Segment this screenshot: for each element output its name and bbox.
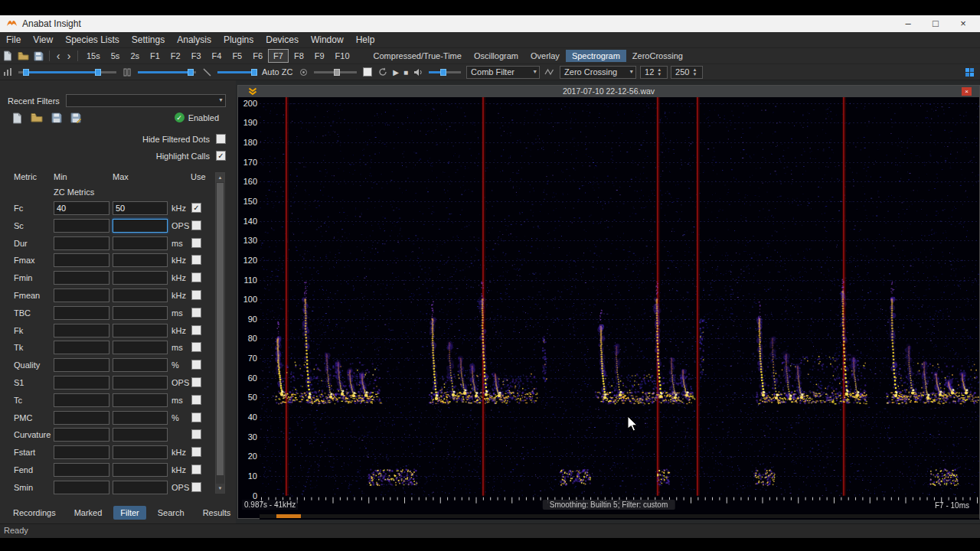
tab-results[interactable]: Results	[196, 506, 238, 520]
contrast-handle[interactable]	[251, 69, 257, 76]
use-checkbox-fk[interactable]	[191, 325, 201, 335]
min-input-pmc[interactable]	[54, 411, 109, 425]
use-checkbox-fmean[interactable]	[191, 290, 201, 300]
min-input-fmax[interactable]	[54, 253, 109, 267]
tab-recordings[interactable]: Recordings	[6, 506, 63, 520]
scroll-up-icon[interactable]: ▲	[216, 173, 224, 182]
analysis-mode-select[interactable]: Zero Crossing ▼	[560, 66, 636, 79]
gain-slider[interactable]	[138, 67, 196, 77]
min-input-fmin[interactable]	[54, 271, 109, 285]
spinner-arrows[interactable]: ▲▼	[692, 67, 697, 77]
forward-button[interactable]: ›	[64, 50, 74, 62]
new-file-icon[interactable]	[0, 49, 15, 63]
tab-marked[interactable]: Marked	[67, 506, 109, 520]
minimize-button[interactable]: –	[897, 16, 919, 31]
use-checkbox-fmax[interactable]	[191, 255, 201, 265]
gain-handle[interactable]	[188, 69, 194, 76]
menu-item-devices[interactable]: Devices	[260, 33, 305, 47]
scroll-down-icon[interactable]: ▼	[216, 484, 224, 493]
preset-button-f1[interactable]: F1	[145, 49, 165, 63]
recent-filters-select[interactable]: ▼	[66, 94, 226, 107]
min-input-s1[interactable]	[54, 376, 109, 390]
auto-zc-icon[interactable]	[296, 65, 311, 79]
menu-item-plugins[interactable]: Plugins	[217, 33, 260, 47]
min-input-fend[interactable]	[54, 463, 109, 477]
view-button-overlay[interactable]: Overlay	[524, 50, 566, 62]
range-handle-right[interactable]	[95, 69, 101, 76]
preset-button-f2[interactable]: F2	[165, 49, 186, 63]
min-input-dur[interactable]	[54, 236, 109, 250]
maximize-button[interactable]: □	[925, 16, 946, 31]
preset-button-f10[interactable]: F10	[330, 49, 355, 63]
volume-handle[interactable]	[440, 69, 446, 76]
tab-filter[interactable]: Filter	[113, 506, 145, 520]
menu-item-window[interactable]: Window	[305, 33, 350, 47]
open-file-icon[interactable]	[15, 49, 31, 63]
min-input-fstart[interactable]	[54, 445, 109, 459]
max-input-fmin[interactable]	[113, 271, 168, 285]
zoom-range-slider[interactable]	[18, 67, 116, 77]
menu-item-species-lists[interactable]: Species Lists	[59, 33, 126, 47]
use-checkbox-pmc[interactable]	[191, 412, 201, 422]
use-checkbox-quality[interactable]	[191, 360, 201, 370]
volume-slider[interactable]	[429, 67, 461, 77]
division-ratio-spinner[interactable]: 12 ▲▼	[640, 66, 668, 79]
view-button-spectrogram[interactable]: Spectrogram	[566, 50, 626, 62]
highlight-calls-checkbox[interactable]	[216, 151, 226, 161]
use-checkbox-tk[interactable]	[191, 342, 201, 352]
open-filter-icon[interactable]	[31, 112, 43, 124]
filter-enabled-toggle[interactable]: ✓ Enabled	[175, 112, 219, 122]
play-button[interactable]: ▶	[393, 68, 399, 77]
save-filter-icon[interactable]	[51, 112, 62, 124]
use-checkbox-dur[interactable]	[191, 238, 201, 248]
metric-table-scrollbar[interactable]: ▲ ▼	[215, 172, 225, 494]
preset-button-f3[interactable]: F3	[186, 49, 207, 63]
max-input-pmc[interactable]	[113, 411, 168, 425]
max-input-curvature[interactable]	[113, 428, 168, 442]
loop-checkbox[interactable]	[363, 67, 372, 77]
menu-item-file[interactable]: File	[0, 33, 27, 47]
preset-button-f9[interactable]: F9	[309, 49, 330, 63]
preset-button-f5[interactable]: F5	[227, 49, 247, 63]
use-checkbox-fmin[interactable]	[191, 272, 201, 282]
scrollbar-thumb[interactable]	[217, 183, 224, 475]
range-handle-left[interactable]	[23, 69, 29, 76]
spectrogram-window-titlebar[interactable]: 2017-07-10 22-12-56.wav ×	[238, 86, 979, 97]
use-checkbox-fstart[interactable]	[191, 447, 201, 457]
hide-filtered-dots-checkbox[interactable]	[216, 134, 226, 144]
max-input-smin[interactable]	[113, 481, 168, 494]
sensitivity-slider[interactable]	[314, 67, 357, 77]
use-checkbox-s1[interactable]	[191, 377, 201, 387]
menu-item-analysis[interactable]: Analysis	[171, 33, 217, 47]
max-input-tbc[interactable]	[113, 306, 168, 320]
view-button-zerocrossing[interactable]: ZeroCrossing	[626, 50, 689, 62]
max-input-fk[interactable]	[113, 324, 168, 337]
spectrogram-canvas[interactable]	[260, 97, 979, 520]
spinner-arrows[interactable]: ▲▼	[657, 67, 662, 77]
menu-item-settings[interactable]: Settings	[126, 33, 171, 47]
max-input-tk[interactable]	[113, 341, 168, 354]
view-button-oscillogram[interactable]: Oscillogram	[468, 50, 524, 62]
menu-item-view[interactable]: View	[27, 33, 59, 47]
preset-button-f8[interactable]: F8	[289, 49, 309, 63]
view-button-compressed-true-time[interactable]: Compressed/True-Time	[368, 50, 468, 62]
panel-grid-icon[interactable]	[962, 65, 977, 79]
max-input-s1[interactable]	[113, 376, 168, 390]
zoom-button-15s[interactable]: 15s	[81, 49, 106, 63]
max-input-fend[interactable]	[113, 463, 168, 477]
preset-button-f4[interactable]: F4	[207, 49, 227, 63]
max-input-fc[interactable]	[113, 201, 168, 215]
max-input-dur[interactable]	[113, 236, 168, 250]
min-input-sc[interactable]	[54, 219, 109, 233]
preset-button-f6[interactable]: F6	[247, 49, 268, 63]
use-checkbox-curvature[interactable]	[191, 429, 201, 439]
zoom-button-2s[interactable]: 2s	[125, 49, 145, 63]
sensitivity-handle[interactable]	[334, 69, 340, 76]
close-recording-icon[interactable]: ×	[962, 87, 972, 96]
refresh-icon[interactable]	[375, 65, 390, 79]
use-checkbox-tc[interactable]	[191, 395, 201, 405]
min-input-tc[interactable]	[54, 393, 109, 407]
zoom-button-5s[interactable]: 5s	[106, 49, 126, 63]
min-input-fk[interactable]	[54, 324, 109, 337]
filter-type-select[interactable]: Comb Filter ▼	[466, 66, 540, 79]
